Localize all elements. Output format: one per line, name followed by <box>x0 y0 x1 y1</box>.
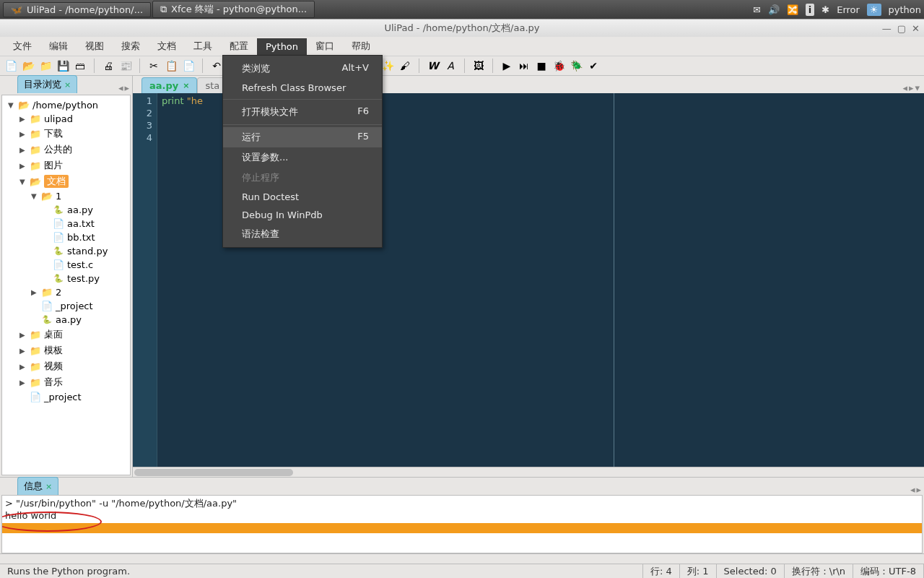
print-preview-icon[interactable]: 📰 <box>119 59 132 72</box>
cut-icon[interactable]: ✂ <box>147 59 160 72</box>
menu-item-debug[interactable]: Debug In WinPdb <box>223 206 382 224</box>
dropdown-icon[interactable]: ▾ <box>915 82 920 93</box>
output-console[interactable]: > "/usr/bin/python" -u "/home/python/文档/… <box>1 495 923 553</box>
tree-file[interactable]: 📄_project <box>2 299 130 313</box>
menu-item-class-browse[interactable]: 类浏览Alt+V <box>223 59 382 79</box>
menu-view[interactable]: 视图 <box>77 37 113 56</box>
undo-icon[interactable]: ↶ <box>210 59 223 72</box>
maximize-button[interactable]: ▢ <box>897 23 906 34</box>
info-icon[interactable]: i <box>806 4 814 16</box>
menu-item-open-module[interactable]: 打开模块文件F6 <box>223 102 382 122</box>
open-folder-icon[interactable]: 📁 <box>39 59 52 72</box>
taskbar-app-terminal[interactable]: ⧉ Xfce 终端 - python@python... <box>152 1 315 18</box>
mail-icon[interactable]: ✉ <box>753 4 761 15</box>
stop-icon[interactable]: ■ <box>535 59 548 72</box>
menu-item-refresh-class[interactable]: Refresh Class Browser <box>223 79 382 97</box>
code-string: "he <box>187 95 203 106</box>
nav-prev-icon[interactable]: ◂ <box>910 484 915 495</box>
tree-root[interactable]: ▼📂/home/python <box>2 98 130 112</box>
menu-help[interactable]: 帮助 <box>343 37 379 56</box>
new-file-icon[interactable]: 📄 <box>4 59 17 72</box>
ladybug-icon[interactable]: 🐞 <box>552 59 565 72</box>
tree-file-py[interactable]: 🐍aa.py <box>2 313 130 327</box>
bluetooth-icon[interactable]: ✱ <box>821 4 829 15</box>
horizontal-scrollbar[interactable] <box>133 467 924 477</box>
nav-next-icon[interactable]: ▸ <box>124 82 129 93</box>
close-icon[interactable]: × <box>64 80 71 90</box>
menu-file[interactable]: 文件 <box>4 37 40 56</box>
nav-prev-icon[interactable]: ◂ <box>118 82 123 93</box>
menu-search[interactable]: 搜索 <box>113 37 149 56</box>
menu-item-set-args[interactable]: 设置参数... <box>223 147 382 168</box>
tree-folder-selected[interactable]: ▼📂文档 <box>2 173 130 189</box>
tree-folder[interactable]: ▶📁ulipad <box>2 112 130 126</box>
window-titlebar: UliPad - /home/python/文档/aa.py — ▢ ✕ <box>0 20 924 37</box>
system-tray: ✉ 🔊 🔀 i ✱ Error ☀ python <box>753 4 921 16</box>
save-all-icon[interactable]: 🗃 <box>74 59 87 72</box>
tree-folder[interactable]: ▶📁模板 <box>2 342 130 358</box>
tree-file[interactable]: 📄bb.txt <box>2 230 130 244</box>
tree-folder[interactable]: ▶📁下载 <box>2 126 130 142</box>
close-icon[interactable]: × <box>183 81 189 90</box>
copy-icon[interactable]: 📋 <box>165 59 178 72</box>
close-icon[interactable]: × <box>45 482 52 491</box>
menu-item-syntax[interactable]: 语法检查 <box>223 224 382 244</box>
tree-file-py[interactable]: 🐍aa.py <box>2 203 130 217</box>
taskbar-app-label: Xfce 终端 - python@python... <box>171 3 307 16</box>
tree-folder[interactable]: ▶📁视频 <box>2 358 130 374</box>
panel-nav: ◂ ▸ <box>118 82 129 93</box>
error-indicator[interactable]: Error <box>837 4 860 15</box>
tree-folder[interactable]: ▼📂1 <box>2 189 130 203</box>
volume-icon[interactable]: 🔊 <box>768 4 780 15</box>
menu-item-run[interactable]: 运行F5 <box>223 127 382 147</box>
tree-file-py[interactable]: 🐍stand.py <box>2 244 130 258</box>
tree-file-py[interactable]: 🐍test.py <box>2 272 130 285</box>
menu-doc[interactable]: 文档 <box>149 37 185 56</box>
nav-prev-icon[interactable]: ◂ <box>902 82 907 93</box>
menu-python[interactable]: Python <box>257 38 307 55</box>
scroll-thumb[interactable] <box>134 469 293 476</box>
menu-edit[interactable]: 编辑 <box>40 37 77 56</box>
image-icon[interactable]: 🖼 <box>472 59 485 72</box>
menu-config[interactable]: 配置 <box>221 37 257 56</box>
save-icon[interactable]: 💾 <box>56 59 69 72</box>
bug-icon[interactable]: 🪲 <box>570 59 583 72</box>
tab-aa-py[interactable]: aa.py × <box>141 77 197 93</box>
nav-next-icon[interactable]: ▸ <box>916 484 921 495</box>
word-wrap-icon[interactable]: W <box>427 59 440 72</box>
taskbar-app-ulipad[interactable]: 🦋 UliPad - /home/python/... <box>3 2 151 17</box>
tree-file[interactable]: 📄_project <box>2 390 130 404</box>
auto-icon[interactable]: A <box>444 59 457 72</box>
tree-folder[interactable]: ▶📁2 <box>2 285 130 299</box>
check-icon[interactable]: ✔ <box>587 59 600 72</box>
file-tree[interactable]: ▼📂/home/python ▶📁ulipad ▶📁下载 ▶📁公共的 ▶📁图片 … <box>1 95 131 475</box>
menu-item-doctest[interactable]: Run Doctest <box>223 188 382 206</box>
tree-folder[interactable]: ▶📁公共的 <box>2 142 130 158</box>
close-button[interactable]: ✕ <box>912 23 920 34</box>
brush-icon[interactable]: 🖌 <box>398 59 411 72</box>
user-menu[interactable]: python <box>889 4 921 15</box>
tab-info[interactable]: 信息 × <box>17 477 58 495</box>
horizontal-scrollbar[interactable] <box>0 553 924 564</box>
wand-icon[interactable]: ✨ <box>381 59 394 72</box>
tree-folder[interactable]: ▶📁音乐 <box>2 374 130 390</box>
weather-icon[interactable]: ☀ <box>867 4 881 16</box>
tree-folder[interactable]: ▶📁桌面 <box>2 327 130 342</box>
tree-file[interactable]: 📄aa.txt <box>2 217 130 230</box>
paste-icon[interactable]: 📄 <box>182 59 195 72</box>
minimize-button[interactable]: — <box>882 23 892 34</box>
run-to-icon[interactable]: ⏭ <box>518 59 531 72</box>
open-icon[interactable]: 📂 <box>22 59 35 72</box>
menu-tool[interactable]: 工具 <box>185 37 221 56</box>
status-hint: Runs the Python program. <box>0 564 643 578</box>
run-icon[interactable]: ▶ <box>500 59 513 72</box>
nav-next-icon[interactable]: ▸ <box>909 82 914 93</box>
network-icon[interactable]: 🔀 <box>787 4 798 15</box>
tree-file[interactable]: 📄test.c <box>2 258 130 272</box>
tab-directory-browser[interactable]: 目录浏览 × <box>17 75 77 93</box>
tree-folder[interactable]: ▶📁图片 <box>2 158 130 173</box>
separator <box>202 59 203 73</box>
menu-item-stop: 停止程序 <box>223 168 382 188</box>
menu-window[interactable]: 窗口 <box>307 37 343 56</box>
print-icon[interactable]: 🖨 <box>102 59 115 72</box>
